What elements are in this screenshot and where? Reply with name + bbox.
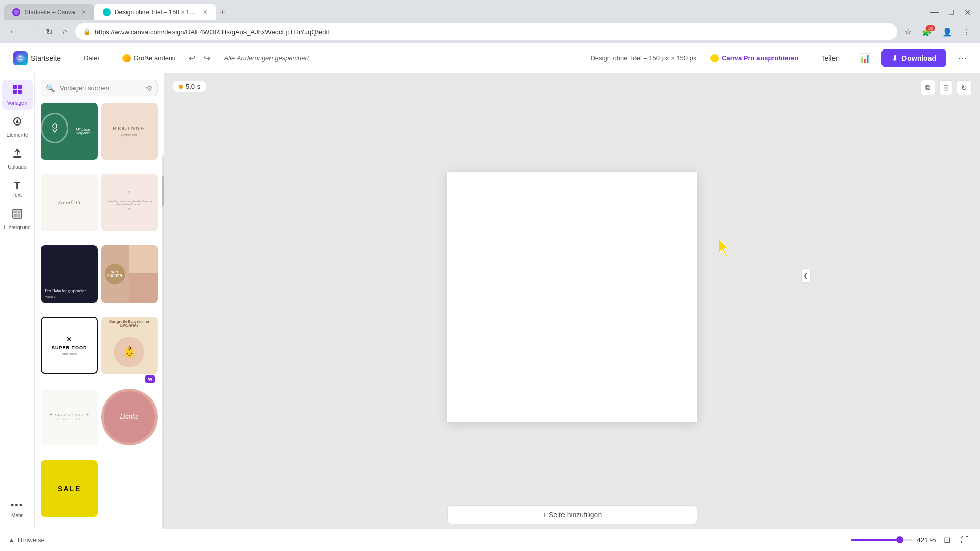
list-item[interactable]: Danke [101, 389, 158, 457]
tab-bar: Startseite – Canva ✕ Design ohne Titel –… [0, 0, 980, 20]
home-nav-button[interactable]: ⌂ [60, 25, 71, 38]
file-button[interactable]: Datei [79, 51, 104, 65]
svg-rect-13 [14, 214, 17, 217]
collapse-panel-button[interactable]: ❮ [801, 268, 811, 283]
tab-design-close[interactable]: ✕ [203, 9, 208, 16]
new-tab-button[interactable]: + [216, 5, 230, 20]
minimize-button[interactable]: — [927, 6, 942, 19]
home-button[interactable]: C Startseite [8, 48, 66, 68]
sidebar-label-hintergrund: Hintergrund [4, 224, 30, 230]
sidebar-label-elemente: Elemente [6, 132, 28, 138]
toolbar-divider-2 [111, 51, 111, 66]
bottom-bar: ▲ Hinweise 421 % ⊡ ⛶ [0, 529, 980, 551]
canvas-wrapper [164, 102, 980, 493]
bookmark-button[interactable]: ☆ [901, 25, 915, 39]
more-options-button[interactable]: ⋯ [952, 49, 972, 67]
left-panel: 🔍 ⚙ Mit Liebe verpackt [35, 73, 164, 529]
forward-button[interactable]: → [24, 25, 39, 38]
list-item[interactable]: ✦ SULKOWSKI ✦ JUWELIER [41, 389, 98, 457]
download-button[interactable]: ⬇ Download [881, 49, 946, 67]
search-input[interactable] [41, 80, 158, 96]
sidebar-item-hintergrund[interactable]: Hintergrund [2, 204, 33, 234]
list-item[interactable]: BEGINNE organisch [101, 103, 158, 171]
fullscreen-button[interactable]: ⛶ [958, 534, 972, 547]
svg-point-0 [14, 10, 19, 15]
sidebar-label-mehr: Mehr [11, 513, 23, 518]
background-icon [12, 208, 23, 222]
mehr-icon: ••• [11, 500, 23, 511]
redo-button[interactable]: ↪ [201, 50, 213, 66]
sun-icon [122, 54, 131, 62]
resize-label: Größe ändern [134, 54, 175, 62]
svg-rect-9 [13, 156, 21, 158]
svg-rect-3 [13, 85, 17, 89]
list-item[interactable]: Steinfeld [41, 174, 98, 242]
redo-icon: ↪ [204, 54, 210, 62]
list-item[interactable]: Mit Liebe verpackt [41, 103, 98, 171]
address-bar[interactable]: 🔒 https://www.canva.com/design/DAE4WOR3l… [75, 23, 897, 40]
svg-marker-8 [16, 119, 19, 123]
zoom-slider-track[interactable] [851, 539, 912, 541]
design-title: Design ohne Titel – 150 px × 150 px [590, 54, 696, 62]
hint-button[interactable]: ▲ Hinweise [8, 536, 45, 544]
tab-design[interactable]: Design ohne Titel – 150 × 150px ✕ [94, 4, 216, 20]
svg-rect-14 [18, 214, 20, 217]
home-label: Startseite [31, 54, 61, 62]
pro-button[interactable]: Canva Pro ausprobieren [702, 50, 806, 66]
list-item[interactable]: WIRSUCHEN [101, 245, 158, 314]
toolbar-divider-1 [72, 51, 72, 66]
extensions-button[interactable]: 🧩 10 [919, 25, 935, 39]
maximize-button[interactable]: □ [946, 6, 957, 19]
resize-button[interactable]: Größe ändern [117, 51, 180, 65]
sidebar-item-uploads[interactable]: Uploads [2, 144, 33, 174]
browser-menu-button[interactable]: ⋮ [960, 25, 974, 39]
stats-button[interactable]: 📊 [854, 49, 875, 67]
svg-rect-10 [13, 209, 22, 218]
refresh-button[interactable]: ↻ [43, 25, 56, 39]
zoom-value: 421 % [916, 536, 937, 544]
tab-design-label: Design ohne Titel – 150 × 150px [115, 9, 197, 16]
list-item[interactable]: ✕ SUPER FOOD SEIT 1965 [41, 317, 98, 385]
svg-rect-12 [18, 211, 20, 213]
refresh-canvas-button[interactable]: ↻ [957, 80, 972, 95]
canvas-page[interactable] [447, 172, 697, 422]
list-item[interactable]: " Jeden Tag, wenn du aufwachst, hast du … [101, 174, 158, 242]
uploads-icon [12, 148, 23, 162]
profile-button[interactable]: 👤 [939, 25, 955, 39]
canvas-container [447, 172, 697, 422]
close-button[interactable]: ✕ [961, 6, 974, 19]
add-element-button[interactable]: ⌸ [939, 80, 952, 95]
sidebar-label-vorlagen: Vorlagen [7, 100, 27, 106]
url-text: https://www.canva.com/design/DAE4WOR3lts… [95, 28, 329, 36]
sidebar-label-text: Text [12, 192, 21, 198]
sidebar-item-mehr[interactable]: ••• Mehr [2, 496, 33, 522]
copy-page-button[interactable]: ⧉ [921, 80, 935, 95]
zoom-slider-fill [851, 539, 900, 541]
add-page-button[interactable]: + Seite hinzufügen [447, 505, 697, 524]
back-button[interactable]: ← [6, 25, 20, 38]
search-icon: 🔍 [46, 84, 55, 92]
saved-status: Alle Änderungen gespeichert [224, 54, 309, 62]
canvas-area: 5.0 s ⧉ ⌸ ↻ [164, 73, 980, 529]
elements-icon [12, 116, 23, 130]
share-button[interactable]: Teilen [813, 50, 848, 66]
sidebar-item-elemente[interactable]: Elemente [2, 112, 33, 142]
file-label: Datei [84, 54, 99, 62]
list-item[interactable]: SALE [41, 460, 98, 529]
tab-home-close[interactable]: ✕ [81, 9, 86, 16]
scrollbar[interactable] [162, 155, 164, 529]
undo-button[interactable]: ↩ [186, 50, 199, 66]
tab-home-label: Startseite – Canva [24, 9, 75, 16]
page-fit-button[interactable]: ⊡ [941, 533, 953, 547]
search-bar: 🔍 ⚙ [35, 73, 164, 103]
list-item[interactable]: Das große Babyzimmer GIVEAWAY 👶 W [101, 317, 158, 385]
zoom-slider-thumb[interactable] [896, 536, 903, 543]
filter-icon[interactable]: ⚙ [146, 84, 153, 92]
sidebar-item-vorlagen[interactable]: Vorlagen [2, 80, 33, 110]
security-icon: 🔒 [83, 28, 91, 35]
pro-crown-icon [710, 54, 719, 62]
svg-point-15 [53, 124, 57, 128]
tab-home[interactable]: Startseite – Canva ✕ [4, 4, 94, 20]
sidebar-item-text[interactable]: T Text [2, 176, 33, 202]
list-item[interactable]: Der Hahn hat gesprochen Maria Z. [41, 245, 98, 314]
